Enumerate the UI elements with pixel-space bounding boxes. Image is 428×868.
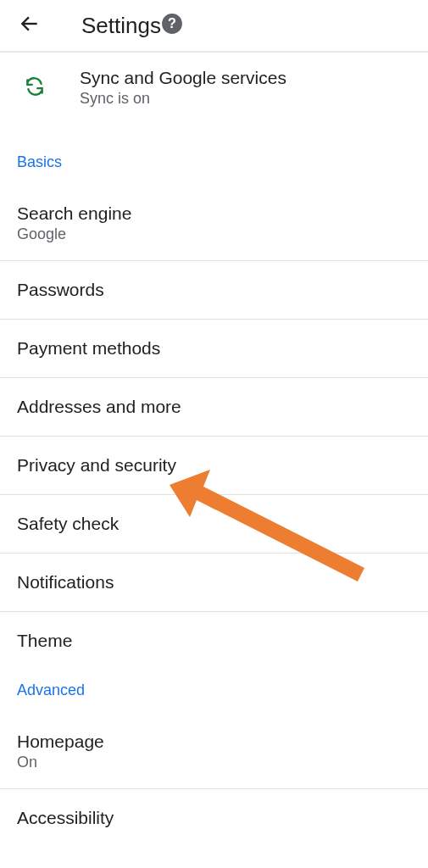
section-advanced-header: Advanced (0, 670, 428, 708)
item-title: Notifications (17, 572, 411, 593)
section-basics-header: Basics (0, 125, 428, 180)
item-addresses[interactable]: Addresses and more (0, 378, 428, 437)
item-subtitle: Google (17, 225, 411, 243)
item-title: Accessibility (17, 808, 411, 828)
item-title: Privacy and security (17, 455, 411, 476)
back-icon[interactable] (14, 13, 41, 38)
item-homepage[interactable]: Homepage On (0, 708, 428, 789)
item-accessibility[interactable]: Accessibility (0, 789, 428, 847)
item-safety-check[interactable]: Safety check (0, 495, 428, 554)
item-search-engine[interactable]: Search engine Google (0, 180, 428, 261)
item-title: Homepage (17, 732, 411, 752)
item-title: Addresses and more (17, 397, 411, 417)
item-title: Safety check (17, 514, 411, 534)
item-passwords[interactable]: Passwords (0, 261, 428, 320)
item-title: Payment methods (17, 338, 411, 359)
item-privacy-security[interactable]: Privacy and security (0, 437, 428, 495)
sync-title: Sync and Google services (80, 68, 286, 88)
sync-subtitle: Sync is on (80, 90, 286, 108)
page-title: Settings (81, 13, 161, 39)
svg-text:?: ? (168, 15, 176, 31)
help-icon[interactable]: ? (161, 13, 186, 38)
sync-row[interactable]: Sync and Google services Sync is on (0, 53, 428, 125)
item-title: Theme (17, 631, 411, 651)
item-title: Search engine (17, 203, 411, 224)
sync-icon (17, 75, 80, 101)
item-subtitle: On (17, 754, 411, 771)
item-notifications[interactable]: Notifications (0, 554, 428, 612)
item-title: Passwords (17, 280, 411, 300)
item-payment-methods[interactable]: Payment methods (0, 320, 428, 378)
item-theme[interactable]: Theme (0, 612, 428, 670)
